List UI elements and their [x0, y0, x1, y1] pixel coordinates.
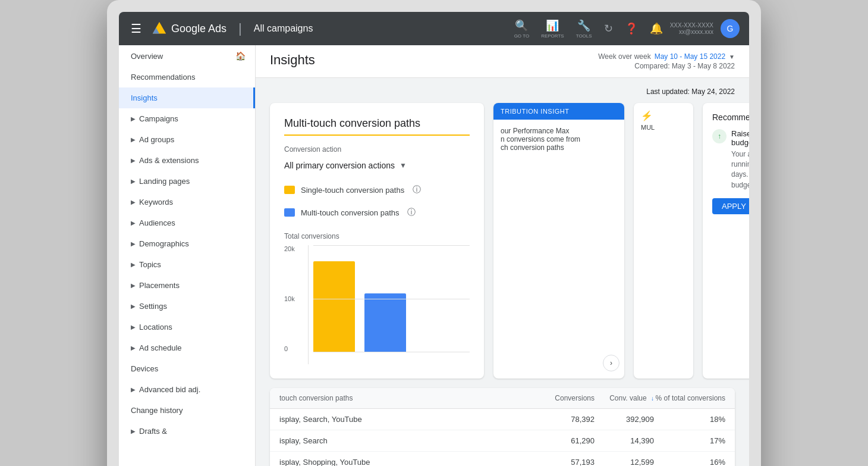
legend-label-multi: Multi-touch conversion paths [301, 208, 399, 217]
help-icon-single[interactable]: ⓘ [413, 184, 421, 195]
reports-label: REPORTS [541, 33, 564, 39]
nav-icons-group: 🔍 GO TO 📊 REPORTS 🔧 TOOLS ↻ ❓ [510, 17, 740, 41]
sidebar-item-drafts[interactable]: ▶ Drafts & [119, 421, 255, 442]
rec-icon: ↑ [712, 129, 727, 143]
page-header: Insights Week over week May 10 - May 15 … [256, 45, 749, 78]
legend-dot-blue [284, 208, 295, 217]
sidebar-item-adgroups[interactable]: ▶ Ad groups [119, 129, 255, 150]
col-header-path: touch conversion paths [279, 394, 535, 402]
last-updated-label: Last updated: [646, 87, 690, 96]
sidebar-item-devices[interactable]: Devices [119, 358, 255, 379]
hamburger-menu[interactable]: ☰ [128, 19, 144, 38]
recommendations-card: Recommendations ↑ Raise your budgets +3.… [703, 103, 749, 379]
table-header: touch conversion paths Conversions Conv.… [270, 388, 735, 409]
row-pct-1: 18% [654, 415, 725, 424]
last-updated-value: May 24, 2022 [691, 87, 735, 96]
row-value-1: 392,909 [595, 415, 654, 424]
sidebar-item-demographics[interactable]: ▶ Demographics [119, 233, 255, 254]
insight-body-text: our Performance Maxn conversions come fr… [501, 127, 617, 152]
chevron-icon: ▶ [131, 428, 136, 434]
sidebar-label-ads: Ads & extensions [139, 156, 199, 165]
chevron-icon: ▶ [131, 386, 136, 393]
sidebar-label-topics: Topics [139, 260, 161, 269]
home-icon: 🏠 [235, 51, 246, 61]
date-dropdown-icon[interactable]: ▼ [729, 54, 735, 60]
col-header-conv-value[interactable]: Conv. value ↓ [595, 394, 654, 402]
cards-row: Multi-touch conversion paths Conversion … [270, 103, 735, 379]
date-range-label: Week over week [598, 52, 650, 61]
sidebar-label-audiences: Audiences [139, 218, 175, 227]
bar-chart: 20k 10k 0 [284, 245, 470, 364]
google-ads-logo: Google Ads [151, 20, 227, 37]
refresh-btn[interactable]: ↻ [599, 20, 618, 37]
sidebar-item-bid-adj[interactable]: ▶ Advanced bid adj. [119, 379, 255, 400]
legend-dot-yellow [284, 186, 295, 194]
rec-item-text: Your ads stopped running on your busiest… [731, 149, 749, 191]
compared-value: May 3 - May 8 2022 [672, 62, 735, 70]
rec-title: Recommendations [712, 112, 749, 122]
sidebar-item-campaigns[interactable]: ▶ Campaigns [119, 108, 255, 129]
help-icon-multi[interactable]: ⓘ [407, 207, 416, 218]
multi-icon: ⚡ [641, 110, 686, 121]
help-btn[interactable]: ❓ [620, 20, 643, 37]
date-range-section: Week over week May 10 - May 15 2022 ▼ Co… [598, 52, 735, 70]
sidebar-label-drafts: Drafts & [139, 427, 167, 436]
row-pct-2: 17% [654, 436, 725, 445]
sidebar-item-adschedule[interactable]: ▶ Ad schedule [119, 337, 255, 358]
help-icon: ❓ [625, 22, 638, 35]
apply-button[interactable]: APPLY [712, 198, 749, 214]
col-header-pct: % of total conversions [654, 394, 725, 402]
reports-icon-btn[interactable]: 📊 REPORTS [536, 17, 569, 41]
conversion-action-select[interactable]: All primary conversion actions ▼ [284, 158, 470, 173]
rec-item-label: Raise your budgets [731, 129, 749, 147]
goto-icon-btn[interactable]: 🔍 GO TO [510, 17, 534, 41]
sidebar-label-landing: Landing pages [139, 177, 190, 186]
y-label-10k: 10k [284, 295, 295, 302]
conversion-action-label: Conversion action [284, 145, 470, 154]
multi-text: MUL [641, 124, 686, 131]
sidebar-item-audiences[interactable]: ▶ Audiences [119, 212, 255, 233]
row-conv-2: 61,290 [535, 436, 595, 445]
logo-text: Google Ads [171, 23, 227, 35]
sidebar-item-locations[interactable]: ▶ Locations [119, 317, 255, 337]
sidebar-label-settings: Settings [139, 302, 167, 311]
sidebar-item-topics[interactable]: ▶ Topics [119, 254, 255, 275]
gridline-bottom [313, 352, 470, 352]
chevron-icon: ▶ [131, 324, 136, 330]
row-conv-1: 78,392 [535, 415, 595, 424]
sidebar-item-recommendations[interactable]: Recommendations [119, 67, 255, 87]
notifications-btn[interactable]: 🔔 [645, 20, 668, 37]
table-row: isplay, Search 61,290 14,390 17% [270, 430, 735, 452]
chevron-icon: ▶ [131, 303, 136, 309]
sidebar-label-recommendations: Recommendations [131, 73, 195, 82]
sidebar-label-campaigns: Campaigns [139, 114, 178, 123]
rec-item-content: Raise your budgets +3.2% Your ads stoppe… [731, 129, 749, 191]
avatar[interactable]: G [721, 19, 740, 38]
sidebar: Overview 🏠 Recommendations Insights ▶ Ca… [119, 45, 256, 466]
sidebar-item-overview[interactable]: Overview 🏠 [119, 45, 255, 67]
tools-icon-btn[interactable]: 🔧 TOOLS [571, 17, 597, 41]
chart-area [308, 245, 470, 364]
col-header-conversions[interactable]: Conversions [535, 394, 595, 402]
sidebar-item-change-history[interactable]: Change history [119, 400, 255, 421]
insight-next-button[interactable]: › [603, 355, 619, 371]
user-phone: XXX-XXX-XXXX [670, 22, 713, 29]
sidebar-label-locations: Locations [139, 323, 172, 331]
sidebar-item-placements[interactable]: ▶ Placements [119, 275, 255, 296]
row-path-1: isplay, Search, YouTube [279, 415, 535, 424]
nav-divider: | [238, 21, 242, 36]
row-value-3: 12,599 [595, 458, 654, 466]
sidebar-item-ads-extensions[interactable]: ▶ Ads & extensions [119, 150, 255, 171]
sidebar-item-settings[interactable]: ▶ Settings [119, 296, 255, 317]
chevron-icon: ▶ [131, 199, 136, 205]
sidebar-label-adgroups: Ad groups [139, 135, 174, 144]
chart-y-labels: 20k 10k 0 [284, 245, 295, 364]
rec-actions: APPLY VIEW ‹ 1 / 3 › [712, 198, 749, 214]
rec-item: ↑ Raise your budgets +3.2% Your ads stop… [712, 129, 749, 191]
sidebar-item-landing-pages[interactable]: ▶ Landing pages [119, 171, 255, 192]
sidebar-item-keywords[interactable]: ▶ Keywords [119, 192, 255, 212]
bell-icon: 🔔 [650, 22, 663, 35]
sidebar-item-insights[interactable]: Insights [119, 87, 255, 108]
sidebar-label-insights: Insights [131, 93, 158, 102]
date-range-value[interactable]: May 10 - May 15 2022 [655, 52, 725, 61]
